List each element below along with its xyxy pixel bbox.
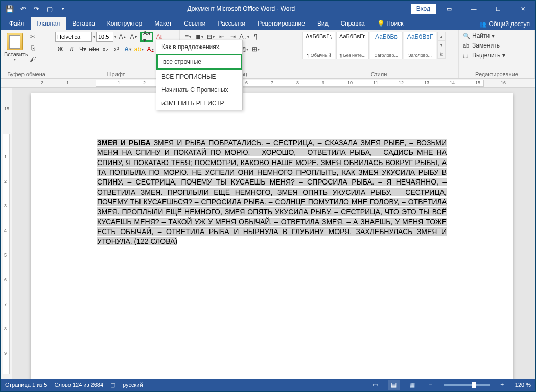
cut-icon[interactable]: ✂: [28, 32, 38, 42]
tab-home[interactable]: Главная: [31, 17, 66, 30]
zoom-in-icon[interactable]: +: [497, 380, 508, 390]
signin-button[interactable]: Вход: [411, 4, 436, 14]
superscript-icon[interactable]: x²: [111, 44, 122, 54]
find-icon: 🔍: [463, 33, 470, 39]
text-effects-icon[interactable]: A: [123, 44, 133, 54]
borders-icon[interactable]: ⊞: [250, 44, 261, 54]
case-uppercase[interactable]: ВСЕ ПРОПИСНЫЕ: [156, 70, 242, 83]
status-bar: Страница 1 из 5 Слово 124 из 2684 ▢ русс…: [1, 379, 535, 391]
document-area: 15 1 2 3 4 5 6 7 8 9 ЗМЕЯ И РЫБА ЗМЕЯ И …: [1, 88, 535, 379]
redo-icon[interactable]: ↷: [31, 3, 42, 14]
case-capitalize[interactable]: Начинать С Прописных: [156, 83, 242, 97]
vertical-ruler[interactable]: 15 1 2 3 4 5 6 7 8 9: [1, 88, 12, 379]
ribbon: Вставить ▾ ✂ ⎘ 🖌 Буфер обмена ▾: [1, 30, 535, 79]
status-words[interactable]: Слово 124 из 2684: [54, 382, 103, 388]
style-no-spacing[interactable]: АаБбВвГг,¶ Без инте...: [336, 32, 369, 59]
tab-search[interactable]: 💡 Поиск: [371, 17, 410, 30]
quick-access-toolbar: 💾 ↶ ↷ ▢ ▾: [1, 3, 72, 14]
style-heading1[interactable]: АаБбВвЗаголово...: [370, 32, 403, 59]
ribbon-tabs: Файл Главная Вставка Конструктор Макет С…: [1, 16, 535, 30]
group-clipboard-label: Буфер обмена: [4, 70, 49, 77]
change-case-button[interactable]: Aa ▾: [140, 32, 153, 42]
case-lowercase[interactable]: все строчные: [156, 54, 242, 70]
doc-bold: ЗМЕЯ И: [97, 139, 129, 147]
case-sentence[interactable]: Как в предложениях.: [156, 40, 242, 54]
tab-design[interactable]: Конструктор: [101, 17, 148, 30]
zoom-out-icon[interactable]: −: [425, 380, 436, 390]
doc-bold-underline: РЫБА: [129, 139, 151, 147]
tab-file[interactable]: Файл: [3, 17, 31, 30]
paste-label: Вставить: [4, 51, 26, 57]
tab-mailings[interactable]: Рассылки: [212, 17, 251, 30]
group-styles-label: Стили: [302, 70, 455, 77]
font-size-input[interactable]: [96, 32, 113, 42]
window-title: Документ Microsoft Office Word - Word: [72, 5, 411, 12]
shrink-font-icon[interactable]: A▼: [129, 32, 139, 42]
tab-references[interactable]: Ссылки: [178, 17, 212, 30]
zoom-level[interactable]: 120 %: [515, 382, 531, 388]
show-marks-icon[interactable]: ¶: [250, 32, 261, 42]
qat-customize-icon[interactable]: ▾: [57, 3, 68, 14]
change-case-dropdown: Как в предложениях. все строчные ВСЕ ПРО…: [156, 40, 243, 110]
tab-view[interactable]: Вид: [311, 17, 335, 30]
search-label: Поиск: [386, 20, 403, 27]
paste-icon: [7, 33, 23, 50]
font-name-input[interactable]: [55, 32, 92, 42]
status-language[interactable]: русский: [123, 382, 143, 388]
grow-font-icon[interactable]: A▲: [118, 32, 128, 42]
strike-icon[interactable]: abc: [89, 44, 99, 54]
save-icon[interactable]: 💾: [4, 3, 15, 14]
select-button[interactable]: ⬚Выделить ▾: [462, 51, 506, 59]
undo-icon[interactable]: ↶: [17, 3, 29, 14]
italic-icon[interactable]: К: [66, 44, 77, 54]
tab-help[interactable]: Справка: [335, 17, 371, 30]
print-layout-icon[interactable]: ▤: [388, 380, 400, 390]
replace-icon: ab: [463, 42, 470, 49]
status-page[interactable]: Страница 1 из 5: [5, 382, 47, 388]
tab-insert[interactable]: Вставка: [66, 17, 101, 30]
copy-icon[interactable]: ⎘: [28, 43, 38, 53]
share-button[interactable]: Общий доступ: [474, 18, 535, 30]
tab-review[interactable]: Рецензирование: [251, 17, 311, 30]
title-bar: 💾 ↶ ↷ ▢ ▾ Документ Microsoft Office Word…: [1, 1, 535, 16]
styles-gallery: АаБбВвГг,¶ Обычный АаБбВвГг,¶ Без инте..…: [302, 32, 446, 59]
format-painter-icon[interactable]: 🖌: [28, 54, 38, 64]
ribbon-display-icon[interactable]: ▭: [438, 2, 460, 16]
paste-button[interactable]: Вставить ▾: [4, 32, 26, 62]
style-heading2[interactable]: АаБбВвГЗаголово...: [404, 32, 436, 59]
horizontal-ruler[interactable]: 2 1 1 2 3 4 5 6 7 8 9 10 11 12 13 14 15 …: [1, 79, 535, 88]
group-editing-label: Редактирование: [462, 70, 531, 77]
subscript-icon[interactable]: x₂: [100, 44, 110, 54]
replace-button[interactable]: abЗаменить: [462, 41, 506, 50]
doc-rest: ЗМЕЯ И РЫБА ПОБРАТАЛИСЬ. – СЕСТРИЦА, – С…: [97, 139, 447, 245]
find-button[interactable]: 🔍Найти ▾: [462, 32, 506, 40]
zoom-slider[interactable]: [444, 384, 490, 386]
page[interactable]: ЗМЕЯ И РЫБА ЗМЕЯ И РЫБА ПОБРАТАЛИСЬ. – С…: [31, 93, 513, 379]
bold-icon[interactable]: Ж: [55, 44, 65, 54]
highlight-icon[interactable]: ab: [134, 44, 144, 54]
minimize-icon[interactable]: —: [462, 2, 485, 16]
underline-icon[interactable]: Ч ▾: [78, 44, 88, 54]
select-icon: ⬚: [463, 52, 470, 59]
font-color-icon[interactable]: A: [145, 44, 155, 54]
close-icon[interactable]: ✕: [511, 2, 534, 16]
style-normal[interactable]: АаБбВвГг,¶ Обычный: [302, 32, 335, 59]
document-text[interactable]: ЗМЕЯ И РЫБА ЗМЕЯ И РЫБА ПОБРАТАЛИСЬ. – С…: [97, 138, 447, 246]
spellcheck-icon[interactable]: ▢: [110, 382, 115, 388]
case-toggle[interactable]: иЗМЕНИТЬ РЕГИСТР: [156, 97, 242, 110]
web-layout-icon[interactable]: ▦: [407, 380, 418, 390]
tab-layout[interactable]: Макет: [148, 17, 178, 30]
maximize-icon[interactable]: ☐: [487, 2, 509, 16]
new-doc-icon[interactable]: ▢: [44, 3, 55, 14]
read-mode-icon[interactable]: ▭: [370, 380, 381, 390]
styles-more[interactable]: ▴▾⊵: [437, 32, 446, 59]
